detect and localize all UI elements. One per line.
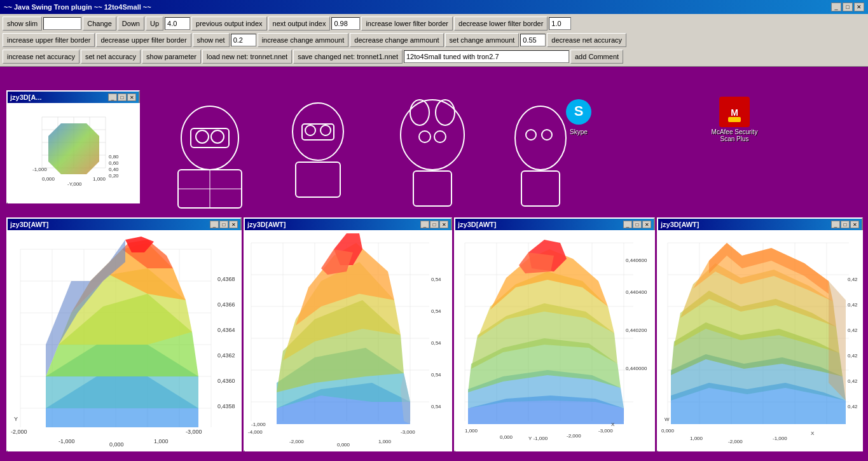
down-button[interactable]: Down bbox=[118, 17, 144, 31]
svg-text:0,4360: 0,4360 bbox=[217, 378, 235, 384]
jzy-maximize-small[interactable]: □ bbox=[118, 93, 127, 101]
svg-text:0,42: 0,42 bbox=[848, 277, 858, 282]
svg-marker-40 bbox=[48, 123, 99, 174]
jzy-maximize-3[interactable]: □ bbox=[633, 221, 642, 228]
toolbar: show slim Change Down Up previous output… bbox=[0, 14, 868, 67]
svg-text:0,20: 0,20 bbox=[109, 173, 119, 179]
svg-text:0,440400: 0,440400 bbox=[626, 289, 647, 295]
svg-text:1,000: 1,000 bbox=[93, 176, 106, 182]
svg-text:Y: Y bbox=[14, 416, 18, 422]
svg-text:-4,000: -4,000 bbox=[248, 429, 263, 435]
set-net-acc-button[interactable]: set net accuracy bbox=[81, 50, 141, 64]
svg-text:-3,000: -3,000 bbox=[598, 428, 613, 434]
up-value-input[interactable] bbox=[165, 17, 190, 30]
jzy-controls-4: _ □ ✕ bbox=[831, 221, 859, 228]
inc-change-button[interactable]: increase change ammount bbox=[258, 33, 349, 47]
svg-text:0,4364: 0,4364 bbox=[217, 327, 235, 333]
lower-filter-value[interactable] bbox=[549, 17, 571, 30]
jzy-close-2[interactable]: ✕ bbox=[439, 221, 448, 228]
svg-text:X: X bbox=[611, 422, 615, 427]
net-comment-input[interactable] bbox=[404, 50, 569, 63]
close-button[interactable]: ✕ bbox=[854, 3, 864, 11]
svg-text:0,42: 0,42 bbox=[848, 353, 858, 359]
svg-text:1,000: 1,000 bbox=[465, 428, 478, 434]
maximize-button[interactable]: □ bbox=[843, 3, 853, 11]
next-output-button[interactable]: next output index bbox=[268, 17, 331, 31]
show-param-button[interactable]: show parameter bbox=[142, 50, 201, 64]
jzy-close-small[interactable]: ✕ bbox=[127, 93, 136, 101]
svg-text:0,54: 0,54 bbox=[431, 308, 441, 314]
svg-text:0,80: 0,80 bbox=[109, 154, 119, 160]
slim-input[interactable] bbox=[43, 17, 81, 30]
jzy-controls-1: _ □ ✕ bbox=[210, 221, 238, 228]
jzy-minimize-2[interactable]: _ bbox=[420, 221, 429, 228]
dec-change-button[interactable]: decrease change ammount bbox=[350, 33, 443, 47]
svg-text:0,440600: 0,440600 bbox=[626, 258, 647, 263]
jzy-controls-3: _ □ ✕ bbox=[623, 221, 651, 228]
jzy-close-1[interactable]: ✕ bbox=[229, 221, 238, 228]
svg-text:0,60: 0,60 bbox=[109, 160, 119, 166]
jzy-titlebar-1: jzy3D[AWT] _ □ ✕ bbox=[8, 219, 240, 230]
svg-text:-1,000: -1,000 bbox=[251, 422, 266, 427]
jzy-window-2: jzy3D[AWT] _ □ ✕ bbox=[244, 217, 452, 451]
jzy-window-1: jzy3D[AWT] _ □ ✕ bbox=[6, 217, 242, 451]
show-net-value[interactable] bbox=[231, 34, 256, 46]
dec-lower-filter-button[interactable]: decrease lower filter border bbox=[454, 17, 548, 31]
jzy-maximize-1[interactable]: □ bbox=[219, 221, 228, 228]
jzy-minimize-1[interactable]: _ bbox=[210, 221, 219, 228]
up-button[interactable]: Up bbox=[146, 17, 163, 31]
mcafee-icon-desktop[interactable]: M McAfee SecurityScan Plus bbox=[706, 97, 763, 142]
skype-icon-desktop[interactable]: S Skype bbox=[556, 97, 601, 135]
svg-text:0,000: 0,000 bbox=[109, 441, 124, 448]
svg-text:-1,000: -1,000 bbox=[59, 438, 75, 444]
jzy-content-4: 0,42 0,42 0,42 0,42 0,42 0,42 0,000 1,00… bbox=[658, 230, 863, 451]
chart-1: 0,4368 0,4366 0,4364 0,4362 0,4360 0,435… bbox=[8, 230, 242, 451]
set-change-button[interactable]: set change ammount bbox=[445, 33, 520, 47]
jzy-minimize-3[interactable]: _ bbox=[623, 221, 632, 228]
jzy-close-3[interactable]: ✕ bbox=[642, 221, 651, 228]
jzy-minimize-small[interactable]: _ bbox=[108, 93, 117, 101]
svg-text:-2,000: -2,000 bbox=[11, 429, 27, 435]
change-button[interactable]: Change bbox=[83, 17, 116, 31]
dec-net-acc-button[interactable]: decrease net accuracy bbox=[547, 33, 626, 47]
jzy-content-3: 0,440600 0,440400 0,440200 0,440000 1,00… bbox=[455, 230, 655, 451]
jzy-minimize-4[interactable]: _ bbox=[831, 221, 840, 228]
jzy-maximize-4[interactable]: □ bbox=[841, 221, 850, 228]
show-net-button[interactable]: show net bbox=[193, 33, 230, 47]
bg-illustration: computer bbox=[127, 93, 623, 227]
svg-text:0,42: 0,42 bbox=[848, 378, 858, 384]
show-slim-button[interactable]: show slim bbox=[3, 17, 42, 31]
jzy-maximize-2[interactable]: □ bbox=[430, 221, 439, 228]
svg-text:0,440000: 0,440000 bbox=[626, 366, 647, 371]
skype-label: Skype bbox=[556, 128, 601, 135]
next-output-value[interactable] bbox=[331, 17, 360, 30]
jzy-title-4: jzy3D[AWT] bbox=[661, 221, 699, 228]
svg-text:1,000: 1,000 bbox=[378, 439, 392, 444]
svg-text:-1,000: -1,000 bbox=[773, 436, 787, 441]
load-net-button[interactable]: load new net: tronnet.nnet bbox=[202, 50, 292, 64]
svg-text:W: W bbox=[665, 416, 670, 422]
save-net-button[interactable]: save changed net: tronnet1.nnet bbox=[293, 50, 403, 64]
inc-net-acc-button[interactable]: increase net accuracy bbox=[3, 50, 79, 64]
jzy-title-1: jzy3D[AWT] bbox=[10, 221, 49, 228]
change-amount-value[interactable] bbox=[520, 34, 546, 46]
svg-text:0,000: 0,000 bbox=[42, 176, 55, 182]
svg-text:1,000: 1,000 bbox=[154, 438, 169, 444]
minimize-button[interactable]: _ bbox=[831, 3, 841, 11]
svg-text:0,42: 0,42 bbox=[848, 404, 858, 409]
svg-text:0,40: 0,40 bbox=[109, 167, 119, 172]
svg-text:0,54: 0,54 bbox=[431, 340, 441, 346]
inc-upper-filter-button[interactable]: increase upper filter border bbox=[3, 33, 95, 47]
jzy-close-4[interactable]: ✕ bbox=[850, 221, 859, 228]
add-comment-button[interactable]: add Comment bbox=[570, 50, 623, 64]
svg-text:Y -1,000: Y -1,000 bbox=[528, 436, 548, 441]
toolbar-row-3: increase net accuracy set net accuracy s… bbox=[1, 48, 867, 65]
jzy-controls-2: _ □ ✕ bbox=[420, 221, 448, 228]
svg-text:0,4366: 0,4366 bbox=[217, 301, 235, 308]
svg-text:0,000: 0,000 bbox=[661, 428, 675, 434]
skype-icon: S bbox=[563, 97, 594, 127]
inc-lower-filter-button[interactable]: increase lower filter border bbox=[361, 17, 453, 31]
svg-text:0,440200: 0,440200 bbox=[626, 327, 647, 333]
prev-output-button[interactable]: previous output index bbox=[191, 17, 267, 31]
dec-upper-filter-button[interactable]: decrease upper filter border bbox=[96, 33, 191, 47]
